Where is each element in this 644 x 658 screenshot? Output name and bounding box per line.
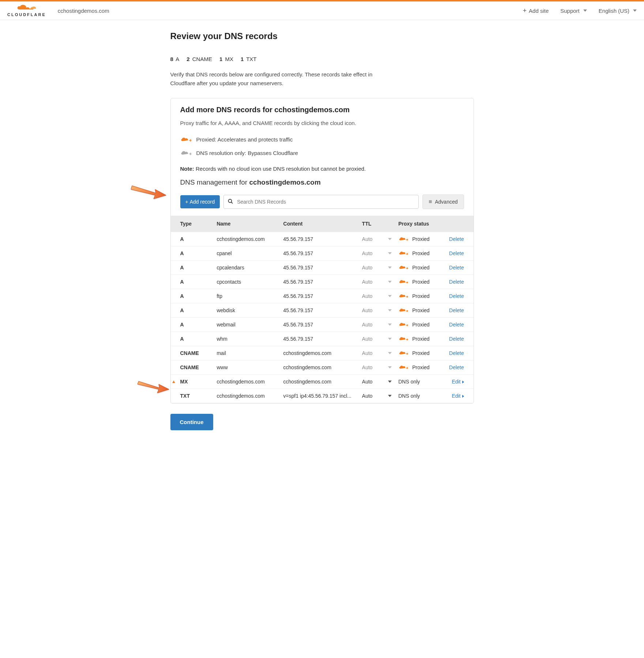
- cell-type: A: [171, 318, 213, 332]
- table-row[interactable]: Awebmail45.56.79.157AutoProxiedDelete: [171, 318, 474, 332]
- delete-link[interactable]: Delete: [449, 250, 464, 256]
- cell-content: cchostingdemos.com: [280, 375, 358, 389]
- ttl-select[interactable]: Auto: [358, 332, 395, 346]
- plus-icon: +: [185, 199, 188, 205]
- chevron-down-icon: [388, 281, 392, 283]
- chevron-down-icon: [388, 395, 392, 397]
- cell-type: CNAME: [171, 360, 213, 375]
- ttl-select[interactable]: Auto: [358, 346, 395, 360]
- main-content: Review your DNS records 8 A2 CNAME1 MX1 …: [170, 20, 474, 452]
- delete-link[interactable]: Delete: [449, 364, 464, 370]
- table-row[interactable]: Acpanel45.56.79.157AutoProxiedDelete: [171, 246, 474, 261]
- table-row[interactable]: Acchostingdemos.com45.56.79.157AutoProxi…: [171, 232, 474, 246]
- search-icon: [228, 199, 233, 205]
- table-row[interactable]: Awhm45.56.79.157AutoProxiedDelete: [171, 332, 474, 346]
- cell-type: A: [171, 232, 213, 246]
- logo-text: CLOUDFLARE: [7, 12, 46, 17]
- cell-name: webmail: [213, 318, 279, 332]
- ttl-select[interactable]: Auto: [358, 303, 395, 318]
- ttl-select[interactable]: Auto: [358, 318, 395, 332]
- proxied-cloud-icon[interactable]: [398, 365, 408, 370]
- delete-link[interactable]: Delete: [449, 265, 464, 271]
- cell-type: A: [171, 303, 213, 318]
- mgmt-domain: cchostingdemos.com: [249, 178, 321, 186]
- proxied-cloud-icon[interactable]: [398, 308, 408, 313]
- chevron-down-icon: [388, 309, 392, 311]
- dns-table: Type Name Content TTL Proxy status Accho…: [171, 216, 474, 403]
- ttl-select[interactable]: Auto: [358, 275, 395, 289]
- cell-type: A: [171, 289, 213, 303]
- continue-button[interactable]: Continue: [170, 414, 213, 430]
- cloudflare-logo[interactable]: CLOUDFLARE: [7, 4, 46, 17]
- table-row[interactable]: CNAMEmailcchostingdemos.comAutoProxiedDe…: [171, 346, 474, 360]
- table-row[interactable]: ▲MXcchostingdemos.comcchostingdemos.comA…: [171, 375, 474, 389]
- delete-link[interactable]: Delete: [449, 279, 464, 285]
- table-row[interactable]: Acpcontacts45.56.79.157AutoProxiedDelete: [171, 275, 474, 289]
- note-label: Note:: [180, 166, 194, 172]
- legend-proxied-text: Proxied: Accelerates and protects traffi…: [196, 136, 293, 143]
- table-row[interactable]: Acpcalendars45.56.79.157AutoProxiedDelet…: [171, 261, 474, 275]
- list-icon: [429, 198, 432, 205]
- ttl-select[interactable]: Auto: [358, 246, 395, 261]
- chevron-down-icon: [583, 10, 587, 12]
- search-input[interactable]: [223, 195, 419, 209]
- chevron-down-icon: [388, 295, 392, 297]
- header: CLOUDFLARE cchostingdemos.com + Add site…: [0, 1, 644, 20]
- delete-link[interactable]: Delete: [449, 322, 464, 328]
- delete-link[interactable]: Delete: [449, 307, 464, 313]
- proxy-status-text: Proxied: [412, 236, 429, 242]
- delete-link[interactable]: Delete: [449, 336, 464, 342]
- cell-proxy: Proxied: [395, 232, 443, 246]
- delete-link[interactable]: Delete: [449, 293, 464, 299]
- domain-label[interactable]: cchostingdemos.com: [58, 8, 109, 14]
- ttl-select[interactable]: Auto: [358, 232, 395, 246]
- proxied-cloud-icon[interactable]: [398, 322, 408, 327]
- proxy-status-text: Proxied: [412, 364, 429, 370]
- ttl-select[interactable]: Auto: [358, 389, 395, 403]
- svg-marker-1: [138, 381, 169, 393]
- cell-type: ▲MX: [171, 375, 213, 389]
- table-row[interactable]: TXTcchostingdemos.comv=spf1 ip4:45.56.79…: [171, 389, 474, 403]
- cell-name: cchostingdemos.com: [213, 389, 279, 403]
- add-record-button[interactable]: +Add record: [180, 195, 220, 208]
- delete-link[interactable]: Delete: [449, 350, 464, 356]
- legend-proxied: Proxied: Accelerates and protects traffi…: [180, 136, 464, 143]
- add-site-link[interactable]: + Add site: [523, 7, 549, 15]
- advanced-button[interactable]: Advanced: [422, 194, 464, 209]
- proxied-cloud-icon[interactable]: [398, 336, 408, 341]
- cell-name: cchostingdemos.com: [213, 232, 279, 246]
- language-select[interactable]: English (US): [599, 8, 637, 14]
- proxied-cloud-icon[interactable]: [398, 251, 408, 256]
- delete-link[interactable]: Delete: [449, 236, 464, 242]
- cell-name: whm: [213, 332, 279, 346]
- edit-link[interactable]: Edit: [452, 393, 460, 399]
- add-record-label: Add record: [190, 199, 215, 205]
- cell-type: A: [171, 261, 213, 275]
- proxied-cloud-icon[interactable]: [398, 294, 408, 299]
- support-link[interactable]: Support: [560, 8, 587, 14]
- cell-content: cchostingdemos.com: [280, 360, 358, 375]
- table-header-row: Type Name Content TTL Proxy status: [171, 216, 474, 232]
- panel-heading: Add more DNS records for cchostingdemos.…: [180, 106, 464, 114]
- col-ttl: TTL: [358, 216, 395, 232]
- proxied-cloud-icon[interactable]: [398, 237, 408, 242]
- proxied-cloud-icon[interactable]: [398, 265, 408, 270]
- ttl-select[interactable]: Auto: [358, 375, 395, 389]
- col-type: Type: [171, 216, 213, 232]
- ttl-select[interactable]: Auto: [358, 261, 395, 275]
- table-row[interactable]: Aftp45.56.79.157AutoProxiedDelete: [171, 289, 474, 303]
- plus-icon: +: [523, 7, 527, 15]
- table-row[interactable]: Awebdisk45.56.79.157AutoProxiedDelete: [171, 303, 474, 318]
- edit-link[interactable]: Edit: [452, 379, 460, 385]
- proxied-cloud-icon[interactable]: [398, 351, 408, 356]
- proxied-cloud-icon[interactable]: [398, 279, 408, 284]
- cell-name: mail: [213, 346, 279, 360]
- table-row[interactable]: CNAMEwwwcchostingdemos.comAutoProxiedDel…: [171, 360, 474, 375]
- ttl-select[interactable]: Auto: [358, 360, 395, 375]
- annotation-arrow-icon: [130, 183, 167, 201]
- proxy-status-text: Proxied: [412, 279, 429, 285]
- cell-type: TXT: [171, 389, 213, 403]
- ttl-select[interactable]: Auto: [358, 289, 395, 303]
- mgmt-prefix: DNS management for: [180, 178, 249, 186]
- cell-content: 45.56.79.157: [280, 289, 358, 303]
